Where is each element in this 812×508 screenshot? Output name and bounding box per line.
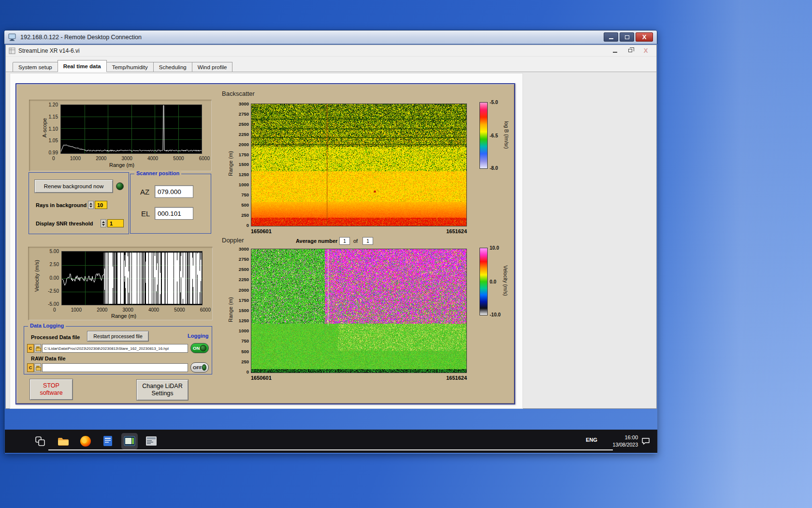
velocity-y-ticks: 5.002.500.00-2.50-5.00: [41, 249, 59, 307]
maximize-icon: [625, 35, 629, 39]
processed-logging-toggle[interactable]: ON: [190, 343, 209, 353]
tick-label: -5.00: [48, 301, 59, 307]
snr-value-field[interactable]: 1: [107, 219, 124, 227]
tab-system-setup[interactable]: System setup: [13, 62, 58, 72]
el-label: EL: [141, 209, 150, 218]
rdp-maximize-button[interactable]: [620, 32, 634, 42]
colorbar-tick: -8.0: [490, 165, 498, 171]
tab-label: Wind profile: [198, 64, 227, 70]
average-count-field[interactable]: 1: [362, 237, 373, 245]
rdp-minimize-button[interactable]: [604, 32, 618, 42]
tab-label: Temp/humidity: [112, 64, 148, 70]
tick-label: 2750: [239, 256, 249, 262]
doppler-x-start: 1650601: [251, 375, 272, 381]
snr-threshold-label: Display SNR threshold: [36, 221, 93, 226]
tick-label: 250: [241, 359, 249, 364]
notepad-app-button[interactable]: [100, 433, 116, 449]
minimize-icon: [613, 52, 617, 53]
active-app-button[interactable]: [121, 433, 138, 449]
tab-bar: System setup Real time data Temp/humidit…: [6, 60, 656, 72]
minimize-icon: [609, 38, 613, 39]
raw-drive-selector[interactable]: C: [27, 363, 34, 372]
tick-label: 1000: [71, 307, 82, 313]
ascope-plot-area: [60, 105, 202, 154]
tick-label: 6000: [199, 156, 210, 161]
tab-wind-profile[interactable]: Wind profile: [192, 62, 233, 72]
app-minimize-button[interactable]: [607, 46, 623, 56]
restart-processed-file-button[interactable]: Restart processed file: [87, 331, 149, 342]
chat-bubble-icon: [641, 436, 651, 446]
az-value-field[interactable]: 079.000: [155, 185, 193, 198]
scan-app-button[interactable]: [143, 433, 160, 449]
tick-label: 0: [52, 156, 55, 161]
task-view-icon: [34, 435, 46, 447]
colorbar-tick: 10.0: [490, 245, 499, 251]
tick-label: 1250: [239, 318, 249, 323]
tick-label: 1.20: [49, 102, 58, 107]
rdp-titlebar[interactable]: 192.168.0.122 - Remote Desktop Connectio…: [4, 30, 657, 44]
doppler-plot-area: [251, 249, 467, 373]
tab-scheduling[interactable]: Scheduling: [154, 62, 192, 72]
backscatter-colorbar-label: log B (/m/sr): [504, 101, 509, 169]
tick-label: 1000: [239, 182, 249, 187]
lidar-realtime-panel: A-scope 1.201.151.101.050.99 01000200030…: [15, 83, 515, 404]
app-restore-button[interactable]: [623, 46, 638, 56]
raw-browse-button[interactable]: [34, 363, 41, 372]
clock[interactable]: 16:00 13/08/2023: [599, 434, 638, 448]
tick-label: 1000: [70, 156, 81, 161]
tick-label: 0: [246, 223, 249, 228]
ascope-x-axis-label: Range (m): [109, 162, 134, 168]
app-titlebar[interactable]: StreamLine XR v14-6.vi X: [6, 45, 656, 57]
velocity-y-axis-label: Velocity (m/s): [34, 242, 40, 310]
rays-spinner[interactable]: [88, 201, 94, 209]
data-logging-title: Data Logging: [28, 323, 66, 329]
change-lidar-settings-button[interactable]: Change LiDAR Settings: [136, 379, 188, 401]
raw-data-file-path[interactable]: [42, 363, 188, 372]
tab-label: Real time data: [63, 63, 101, 69]
processed-data-file-label: Processed Data file: [31, 334, 80, 340]
tick-label: 500: [241, 349, 249, 354]
app-close-button[interactable]: X: [638, 46, 653, 56]
raw-logging-toggle[interactable]: OFF: [190, 362, 209, 373]
tick-label: 1500: [239, 162, 249, 167]
snr-spinner[interactable]: [101, 219, 106, 227]
tab-real-time-data[interactable]: Real time data: [58, 60, 107, 72]
app-vi-icon: [9, 47, 15, 54]
language-indicator[interactable]: ENG: [586, 437, 597, 443]
backscatter-heatmap: [251, 104, 466, 226]
tick-label: 2.50: [50, 262, 59, 267]
app-window-icon: [123, 435, 136, 447]
tab-temp-humidity[interactable]: Temp/humidity: [107, 62, 154, 72]
doppler-y-ticks: 3000275025002250200017501500125010007505…: [231, 246, 249, 374]
processed-browse-button[interactable]: [34, 344, 41, 353]
doppler-colorbar-label: Velocity (m/s): [503, 247, 508, 314]
firefox-button[interactable]: [77, 433, 94, 449]
rays-value-field[interactable]: 10: [95, 201, 107, 209]
average-number-field[interactable]: 1: [339, 237, 350, 245]
tick-label: 2250: [239, 277, 249, 282]
colorbar-tick: -5.0: [490, 100, 498, 105]
tick-label: 1750: [239, 152, 249, 157]
file-explorer-button[interactable]: [55, 433, 72, 449]
stop-button-line2: software: [40, 389, 62, 397]
raw-data-file-label: RAW Data file: [31, 356, 66, 361]
notifications-button[interactable]: [641, 436, 651, 448]
tab-label: Scheduling: [159, 64, 187, 70]
task-view-button[interactable]: [32, 433, 48, 449]
stop-software-button[interactable]: STOP software: [29, 379, 73, 400]
backscatter-title: Backscatter: [222, 90, 255, 97]
el-value-field[interactable]: 000.101: [155, 207, 193, 220]
tick-label: 500: [241, 202, 249, 208]
tick-label: 0: [53, 307, 56, 313]
backscatter-y-ticks: 3000275025002250200017501500125010007505…: [231, 101, 249, 228]
rdp-close-button[interactable]: X: [636, 32, 653, 42]
tick-label: 1250: [239, 172, 249, 177]
renew-background-button[interactable]: Renew background now: [34, 179, 113, 193]
processed-drive-selector[interactable]: C: [27, 344, 34, 353]
tick-label: 3000: [239, 101, 249, 106]
tick-label: 5.00: [50, 249, 59, 254]
tick-label: 1750: [239, 298, 249, 303]
processed-data-file-path[interactable]: C:\Lidar\Data\Proc\2023\202308\20230813\…: [42, 344, 188, 353]
tick-label: 1500: [239, 308, 249, 313]
firefox-icon: [79, 435, 92, 448]
